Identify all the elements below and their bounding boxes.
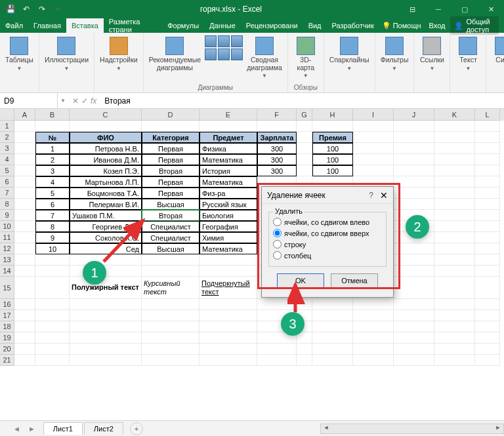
cell[interactable]	[142, 321, 200, 332]
cell[interactable]	[353, 321, 394, 332]
ok-button[interactable]: OK	[277, 273, 324, 288]
cell[interactable]	[297, 344, 312, 355]
tab-review[interactable]: Рецензировани	[241, 18, 303, 33]
ribbon-options-icon[interactable]: ⊟	[399, 0, 425, 18]
cell[interactable]	[475, 221, 500, 232]
cell[interactable]	[200, 310, 257, 321]
cell[interactable]: Петрова Н.В.	[70, 143, 142, 154]
cell[interactable]	[434, 344, 475, 355]
sheet-tab-2[interactable]: Лист2	[84, 422, 123, 435]
cell[interactable]	[475, 199, 500, 210]
cell[interactable]	[14, 321, 35, 332]
cell[interactable]	[353, 344, 394, 355]
name-box[interactable]: D9	[0, 93, 58, 108]
cell[interactable]	[394, 243, 434, 254]
opt-shift-up[interactable]: ячейки, со сдвигом вверх	[273, 228, 382, 239]
row-header[interactable]: 14	[0, 266, 14, 277]
cell[interactable]	[297, 165, 312, 176]
cell[interactable]	[434, 165, 475, 176]
cell[interactable]	[35, 266, 70, 277]
cell[interactable]: Физ-ра	[200, 188, 257, 199]
cell[interactable]	[142, 299, 200, 310]
dialog-close-icon[interactable]: ✕	[380, 190, 388, 201]
horizontal-scrollbar[interactable]	[320, 424, 504, 434]
cell[interactable]	[475, 243, 500, 254]
select-all-corner[interactable]	[0, 109, 14, 121]
combo-chart-icon[interactable]	[231, 49, 243, 60]
cell[interactable]: Предмет	[200, 132, 257, 143]
cell[interactable]	[70, 321, 142, 332]
cell[interactable]	[475, 266, 500, 277]
cell[interactable]: Полужирный текст	[70, 277, 142, 299]
cell[interactable]	[14, 355, 35, 366]
cell[interactable]: Категория	[142, 132, 200, 143]
cell[interactable]: Математика	[200, 176, 257, 188]
tables-button[interactable]: Таблицы▼	[4, 35, 35, 73]
cell[interactable]	[475, 143, 500, 154]
cell[interactable]	[353, 355, 394, 366]
tab-home[interactable]: Главная	[28, 18, 66, 33]
col-header[interactable]: L	[475, 109, 500, 121]
tab-file[interactable]: Файл	[0, 18, 28, 33]
row-header[interactable]: 2	[0, 132, 14, 143]
cell[interactable]	[434, 232, 475, 243]
col-header[interactable]: H	[312, 109, 353, 121]
cell[interactable]	[475, 321, 500, 332]
cell[interactable]: Высшая	[142, 199, 200, 210]
tab-formulas[interactable]: Формулы	[162, 18, 204, 33]
cell[interactable]: 10	[35, 243, 70, 254]
cell[interactable]	[434, 277, 475, 299]
tab-layout[interactable]: Разметка страни	[104, 18, 162, 33]
cell[interactable]	[434, 121, 475, 132]
row-header[interactable]: 11	[0, 232, 14, 243]
cell[interactable]: Специалист	[142, 221, 200, 232]
cell[interactable]	[394, 188, 434, 199]
cell[interactable]	[257, 121, 297, 132]
cell[interactable]	[35, 254, 70, 266]
cell[interactable]: 3	[35, 165, 70, 176]
cell[interactable]: 300	[257, 143, 297, 154]
cell[interactable]	[14, 266, 35, 277]
cell[interactable]	[475, 332, 500, 344]
col-header[interactable]: D	[142, 109, 200, 121]
links-button[interactable]: Ссылки▼	[418, 35, 446, 73]
cell[interactable]: Высшая	[142, 243, 200, 254]
row-header[interactable]: 21	[0, 355, 14, 366]
cell[interactable]	[434, 254, 475, 266]
row-header[interactable]: 18	[0, 321, 14, 332]
cell[interactable]	[434, 355, 475, 366]
area-chart-icon[interactable]	[205, 49, 217, 60]
cell[interactable]	[394, 199, 434, 210]
enter-formula-icon[interactable]: ✓	[81, 96, 88, 106]
cancel-formula-icon[interactable]: ✕	[72, 96, 79, 106]
cell[interactable]: Первая	[142, 176, 200, 188]
cell[interactable]: Вторая	[142, 165, 200, 176]
cell[interactable]	[475, 188, 500, 199]
row-header[interactable]: 5	[0, 165, 14, 176]
cell[interactable]	[434, 310, 475, 321]
cell[interactable]	[394, 355, 434, 366]
worksheet-grid[interactable]: A B C D E F G H I J K L 12№ФИОКатегорияП…	[0, 109, 504, 420]
opt-column[interactable]: столбец	[273, 250, 382, 261]
cell[interactable]	[475, 176, 500, 188]
sheet-nav-prev-icon[interactable]: ◄	[13, 425, 20, 433]
cell[interactable]	[475, 165, 500, 176]
cell[interactable]	[312, 344, 353, 355]
text-button[interactable]: Текст▼	[454, 35, 482, 73]
cell[interactable]	[142, 266, 200, 277]
cell[interactable]: Ушаков П.М.	[70, 210, 142, 221]
cell[interactable]	[70, 254, 142, 266]
cell[interactable]	[353, 154, 394, 165]
cell[interactable]	[200, 332, 257, 344]
cell[interactable]	[475, 355, 500, 366]
cell[interactable]: Математика	[200, 243, 257, 254]
cell[interactable]	[297, 299, 312, 310]
cell[interactable]: 1	[35, 143, 70, 154]
cell[interactable]	[394, 310, 434, 321]
cell[interactable]: Иванова Д.М.	[70, 154, 142, 165]
cell[interactable]	[70, 299, 142, 310]
cell[interactable]	[14, 232, 35, 243]
namebox-dropdown-icon[interactable]: ▼	[58, 98, 68, 104]
cell[interactable]	[475, 277, 500, 299]
cell[interactable]: 300	[257, 154, 297, 165]
